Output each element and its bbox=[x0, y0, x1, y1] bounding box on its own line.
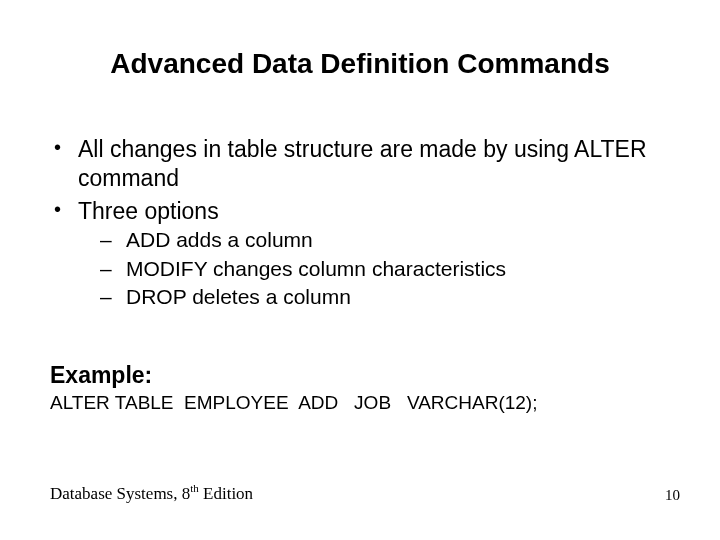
sub-bullet-item: DROP deletes a column bbox=[78, 284, 670, 310]
bullet-text: Three options bbox=[78, 198, 219, 224]
bullet-item: Three options ADD adds a column MODIFY c… bbox=[50, 197, 670, 311]
footer-prefix: Database Systems, 8 bbox=[50, 484, 190, 503]
slide-title: Advanced Data Definition Commands bbox=[0, 48, 720, 80]
sub-bullet-list: ADD adds a column MODIFY changes column … bbox=[78, 227, 670, 310]
sub-bullet-item: ADD adds a column bbox=[78, 227, 670, 253]
footer-sup: th bbox=[190, 482, 199, 494]
footer-source: Database Systems, 8th Edition bbox=[50, 482, 253, 504]
bullet-text: All changes in table structure are made … bbox=[78, 136, 647, 191]
example-label: Example: bbox=[50, 362, 152, 389]
bullet-item: All changes in table structure are made … bbox=[50, 135, 670, 193]
page-number: 10 bbox=[665, 487, 680, 504]
example-code: ALTER TABLE EMPLOYEE ADD JOB VARCHAR(12)… bbox=[50, 392, 537, 414]
slide-body: All changes in table structure are made … bbox=[50, 135, 670, 314]
bullet-list: All changes in table structure are made … bbox=[50, 135, 670, 310]
footer-suffix: Edition bbox=[199, 484, 253, 503]
sub-bullet-item: MODIFY changes column characteristics bbox=[78, 256, 670, 282]
slide: Advanced Data Definition Commands All ch… bbox=[0, 0, 720, 540]
